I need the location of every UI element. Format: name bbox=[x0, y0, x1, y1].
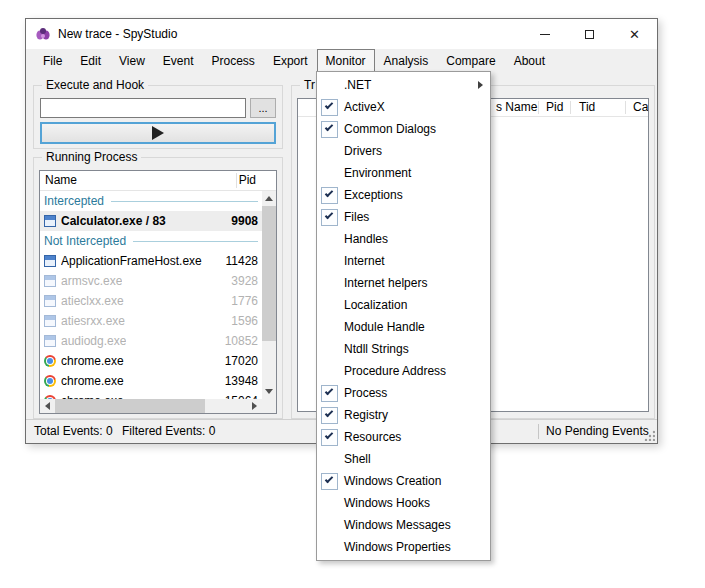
process-row[interactable]: atieclxx.exe1776 bbox=[40, 291, 276, 311]
menu-item-resources[interactable]: Resources bbox=[317, 426, 490, 448]
maximize-icon bbox=[585, 30, 594, 39]
process-row[interactable]: armsvc.exe3928 bbox=[40, 271, 276, 291]
app-window-icon bbox=[44, 335, 56, 347]
menu-item-activex[interactable]: ActiveX bbox=[317, 96, 490, 118]
menu-item-exceptions[interactable]: Exceptions bbox=[317, 184, 490, 206]
process-row[interactable]: ApplicationFrameHost.exe11428 bbox=[40, 251, 276, 271]
menu-item-windows-messages[interactable]: Windows Messages bbox=[317, 514, 490, 536]
monitor-menu-popup: .NETActiveXCommon DialogsDriversEnvironm… bbox=[316, 71, 491, 561]
menu-item-common-dialogs[interactable]: Common Dialogs bbox=[317, 118, 490, 140]
process-name: chrome.exe bbox=[61, 354, 124, 368]
menubar-item-file[interactable]: File bbox=[34, 49, 71, 73]
menu-item-windows-hooks[interactable]: Windows Hooks bbox=[317, 492, 490, 514]
window-title: New trace - SpyStudio bbox=[58, 27, 177, 41]
menu-item-internet-helpers[interactable]: Internet helpers bbox=[317, 272, 490, 294]
menu-item-handles[interactable]: Handles bbox=[317, 228, 490, 250]
menu-item-label: Exceptions bbox=[344, 188, 403, 202]
menu-item-files[interactable]: Files bbox=[317, 206, 490, 228]
close-button[interactable]: ✕ bbox=[612, 19, 657, 49]
total-events-text: Total Events: 0 bbox=[34, 420, 113, 443]
horizontal-scrollbar[interactable] bbox=[40, 399, 262, 413]
process-row[interactable]: audiodg.exe10852 bbox=[40, 331, 276, 351]
trace-column-process-name[interactable]: s Name bbox=[496, 99, 537, 116]
menu-item-internet[interactable]: Internet bbox=[317, 250, 490, 272]
vertical-scroll-thumb[interactable] bbox=[262, 206, 276, 341]
menu-item-ntdll-strings[interactable]: Ntdll Strings bbox=[317, 338, 490, 360]
process-row[interactable]: chrome.exe13948 bbox=[40, 371, 276, 391]
chrome-icon bbox=[44, 355, 56, 367]
menubar-item-event[interactable]: Event bbox=[154, 49, 203, 73]
menu-item-label: Windows Properties bbox=[344, 540, 451, 554]
scroll-down-button[interactable] bbox=[262, 384, 276, 399]
scroll-right-button[interactable] bbox=[247, 399, 262, 413]
titlebar[interactable]: New trace - SpyStudio ✕ bbox=[26, 19, 657, 49]
menu-item-shell[interactable]: Shell bbox=[317, 448, 490, 470]
menu-item-net[interactable]: .NET bbox=[317, 74, 490, 96]
menu-item-label: Resources bbox=[344, 430, 401, 444]
process-row[interactable]: Calculator.exe / 839908 bbox=[40, 211, 276, 231]
menubar-item-export[interactable]: Export bbox=[264, 49, 317, 73]
minimize-icon bbox=[540, 34, 550, 35]
trace-column-caller[interactable]: Calle bbox=[633, 99, 649, 116]
column-separator[interactable] bbox=[538, 101, 539, 114]
menu-item-environment[interactable]: Environment bbox=[317, 162, 490, 184]
scroll-up-button[interactable] bbox=[262, 191, 276, 206]
close-icon: ✕ bbox=[629, 27, 640, 42]
menu-item-registry[interactable]: Registry bbox=[317, 404, 490, 426]
caption-buttons: ✕ bbox=[522, 19, 657, 49]
menubar-item-edit[interactable]: Edit bbox=[71, 49, 110, 73]
checkbox-empty-area bbox=[321, 143, 338, 160]
checkbox-checked-icon bbox=[321, 385, 338, 402]
checkbox-empty-area bbox=[321, 539, 338, 556]
process-group-header-not-intercepted[interactable]: Not Intercepted bbox=[40, 231, 276, 251]
horizontal-scroll-thumb[interactable] bbox=[55, 399, 205, 413]
chrome-icon bbox=[44, 375, 56, 387]
menu-item-drivers[interactable]: Drivers bbox=[317, 140, 490, 162]
maximize-button[interactable] bbox=[567, 19, 612, 49]
menubar-item-process[interactable]: Process bbox=[203, 49, 264, 73]
menubar-item-analysis[interactable]: Analysis bbox=[375, 49, 438, 73]
process-pid: 1596 bbox=[231, 314, 258, 328]
menubar-item-view[interactable]: View bbox=[110, 49, 154, 73]
process-row[interactable]: chrome.exe17020 bbox=[40, 351, 276, 371]
menubar-item-compare[interactable]: Compare bbox=[437, 49, 504, 73]
menu-item-label: Windows Hooks bbox=[344, 496, 430, 510]
minimize-button[interactable] bbox=[522, 19, 567, 49]
process-pid: 1776 bbox=[231, 294, 258, 308]
process-name: chrome.exe bbox=[61, 374, 124, 388]
process-pid: 9908 bbox=[231, 214, 258, 228]
browse-button[interactable]: ... bbox=[250, 98, 276, 118]
scroll-left-button[interactable] bbox=[40, 399, 55, 413]
checkbox-checked-icon bbox=[321, 473, 338, 490]
column-separator[interactable] bbox=[570, 101, 571, 114]
execute-and-hook-label: Execute and Hook bbox=[42, 78, 148, 92]
column-separator[interactable] bbox=[625, 101, 626, 114]
menu-item-windows-properties[interactable]: Windows Properties bbox=[317, 536, 490, 558]
column-header-pid[interactable]: Pid bbox=[239, 171, 256, 190]
trace-column-tid[interactable]: Tid bbox=[579, 99, 595, 116]
menu-item-label: Internet helpers bbox=[344, 276, 427, 290]
checkbox-checked-icon bbox=[321, 407, 338, 424]
menubar-item-about[interactable]: About bbox=[505, 49, 554, 73]
menubar-item-monitor[interactable]: Monitor bbox=[317, 49, 375, 73]
run-button[interactable] bbox=[40, 122, 276, 144]
process-pid: 13948 bbox=[225, 374, 258, 388]
process-name: armsvc.exe bbox=[61, 274, 122, 288]
menu-item-procedure-address[interactable]: Procedure Address bbox=[317, 360, 490, 382]
vertical-scrollbar[interactable] bbox=[262, 191, 276, 399]
column-header-name[interactable]: Name bbox=[45, 171, 77, 190]
trace-column-pid[interactable]: Pid bbox=[546, 99, 563, 116]
process-name: audiodg.exe bbox=[61, 334, 126, 348]
process-row[interactable]: chrome.exe15064 bbox=[40, 391, 276, 399]
checkbox-empty-area bbox=[321, 363, 338, 380]
column-separator[interactable] bbox=[236, 173, 237, 188]
process-group-header-intercepted[interactable]: Intercepted bbox=[40, 191, 276, 211]
checkbox-empty-area bbox=[321, 275, 338, 292]
menu-item-module-handle[interactable]: Module Handle bbox=[317, 316, 490, 338]
menu-item-process[interactable]: Process bbox=[317, 382, 490, 404]
resize-grip-icon[interactable] bbox=[643, 429, 655, 441]
process-row[interactable]: atiesrxx.exe1596 bbox=[40, 311, 276, 331]
executable-path-input[interactable] bbox=[40, 98, 246, 118]
menu-item-windows-creation[interactable]: Windows Creation bbox=[317, 470, 490, 492]
menu-item-localization[interactable]: Localization bbox=[317, 294, 490, 316]
